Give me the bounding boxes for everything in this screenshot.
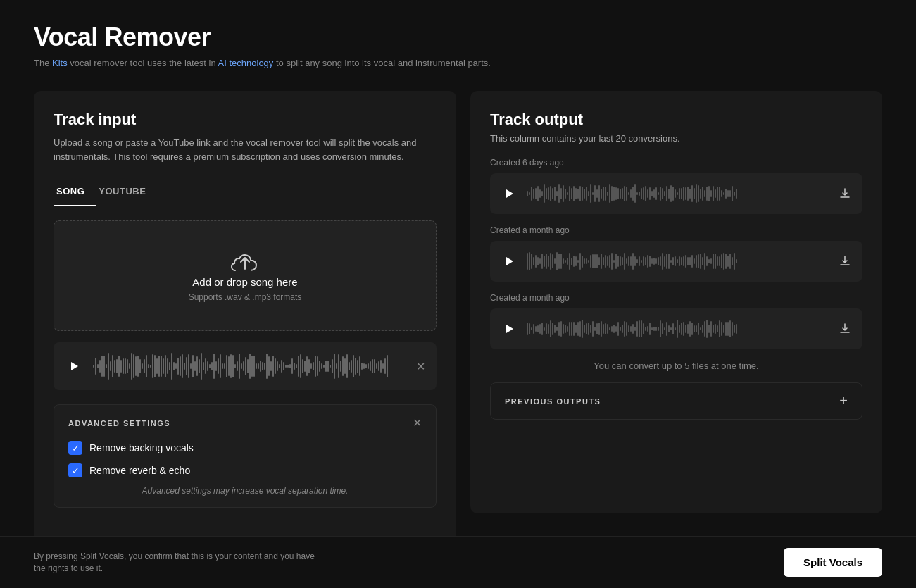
- track-input-title: Track input: [54, 111, 437, 129]
- output-player-3: [490, 308, 862, 349]
- reverb-echo-label: Remove reverb & echo: [89, 465, 190, 476]
- output-waveform-3: [527, 318, 830, 339]
- advanced-settings-panel: ADVANCED SETTINGS ✕ ✓ Remove backing voc…: [54, 404, 437, 508]
- backing-vocals-label: Remove backing vocals: [89, 442, 194, 453]
- output-play-icon-1: [506, 189, 513, 198]
- output-waveform-2: [527, 251, 830, 272]
- track-output-title: Track output: [490, 111, 862, 129]
- split-vocals-button[interactable]: Split Vocals: [784, 548, 882, 577]
- previous-outputs-label: PREVIOUS OUTPUTS: [505, 397, 601, 406]
- page-subtitle: The Kits vocal remover tool uses the lat…: [34, 58, 882, 68]
- download-icon-3: [839, 323, 851, 335]
- play-button[interactable]: [65, 356, 84, 376]
- tab-song[interactable]: SONG: [54, 180, 96, 206]
- upload-secondary-text: Supports .wav & .mp3 formats: [189, 292, 302, 302]
- conversion-3-label: Created a month ago: [490, 293, 862, 303]
- reverb-echo-row: ✓ Remove reverb & echo: [68, 463, 422, 477]
- reverb-echo-checkmark: ✓: [72, 465, 80, 476]
- input-tabs: SONG YOUTUBE: [54, 180, 437, 206]
- track-input-panel: Track input Upload a song or paste a You…: [34, 91, 456, 542]
- download-button-3[interactable]: [839, 323, 851, 335]
- output-play-icon-3: [506, 325, 513, 333]
- page-title: Vocal Remover: [34, 23, 882, 52]
- download-button-2[interactable]: [839, 255, 851, 268]
- tab-youtube[interactable]: YOUTUBE: [96, 180, 157, 206]
- remove-track-button[interactable]: ✕: [416, 360, 425, 373]
- upload-icon: [230, 249, 261, 276]
- conversion-2-label: Created a month ago: [490, 225, 862, 235]
- waveform-player: ✕: [54, 342, 437, 390]
- upload-zone[interactable]: Add or drop song here Supports .wav & .m…: [54, 220, 437, 331]
- convert-note: You can convert up to 5 files at one tim…: [490, 361, 862, 371]
- previous-outputs[interactable]: PREVIOUS OUTPUTS +: [490, 382, 862, 420]
- bottom-disclaimer: By pressing Split Vocals, you confirm th…: [34, 551, 315, 575]
- output-player-1: [490, 173, 862, 214]
- download-icon-2: [839, 255, 851, 268]
- download-button-1[interactable]: [839, 187, 851, 200]
- conversion-1-label: Created 6 days ago: [490, 158, 862, 168]
- advanced-settings-note: Advanced settings may increase vocal sep…: [68, 486, 422, 496]
- play-icon: [71, 362, 78, 370]
- main-layout: Track input Upload a song or paste a You…: [34, 91, 882, 542]
- backing-vocals-row: ✓ Remove backing vocals: [68, 441, 422, 455]
- expand-previous-outputs-icon: +: [839, 393, 848, 409]
- output-play-button-2[interactable]: [501, 253, 518, 270]
- output-play-button-1[interactable]: [501, 185, 518, 202]
- advanced-settings-title: ADVANCED SETTINGS: [68, 419, 170, 427]
- output-player-2: [490, 241, 862, 282]
- track-output-panel: Track output This column contains your l…: [470, 91, 882, 513]
- download-icon-1: [839, 187, 851, 200]
- advanced-settings-header: ADVANCED SETTINGS ✕: [68, 416, 422, 430]
- track-output-description: This column contains your last 20 conver…: [490, 133, 862, 144]
- reverb-echo-checkbox[interactable]: ✓: [68, 463, 82, 477]
- output-waveform-1: [527, 183, 830, 204]
- close-advanced-button[interactable]: ✕: [413, 416, 422, 430]
- track-input-description: Upload a song or paste a YouTube link an…: [54, 136, 437, 163]
- output-play-button-3[interactable]: [501, 320, 518, 337]
- upload-primary-text: Add or drop song here: [192, 276, 297, 288]
- backing-vocals-checkmark: ✓: [72, 443, 80, 453]
- output-play-icon-2: [506, 257, 513, 265]
- backing-vocals-checkbox[interactable]: ✓: [68, 441, 82, 455]
- waveform-bars: [93, 352, 408, 380]
- bottom-bar: By pressing Split Vocals, you confirm th…: [0, 536, 916, 588]
